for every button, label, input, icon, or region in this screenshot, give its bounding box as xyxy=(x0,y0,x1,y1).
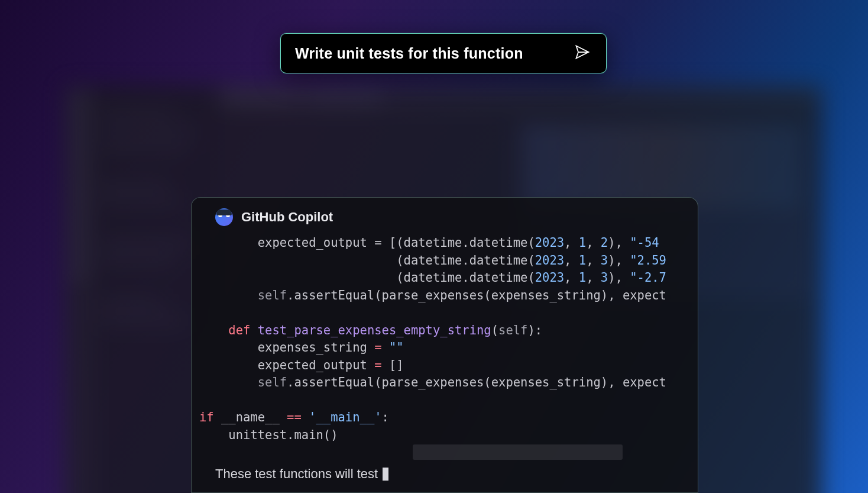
copilot-title: GitHub Copilot xyxy=(241,210,333,225)
prompt-text: Write unit tests for this function xyxy=(295,45,523,62)
copilot-avatar-icon xyxy=(215,208,233,226)
code-suggestion[interactable]: expected_output = [(datetime.datetime(20… xyxy=(192,234,698,444)
send-icon[interactable] xyxy=(574,44,591,63)
copilot-caption: These test functions will test xyxy=(192,456,698,492)
copilot-panel: GitHub Copilot expected_output = [(datet… xyxy=(191,197,698,493)
prompt-input-bar[interactable]: Write unit tests for this function xyxy=(280,33,607,73)
copilot-header: GitHub Copilot xyxy=(192,198,698,234)
caption-text: These test functions will test xyxy=(215,466,378,482)
typing-cursor-icon xyxy=(383,468,388,481)
